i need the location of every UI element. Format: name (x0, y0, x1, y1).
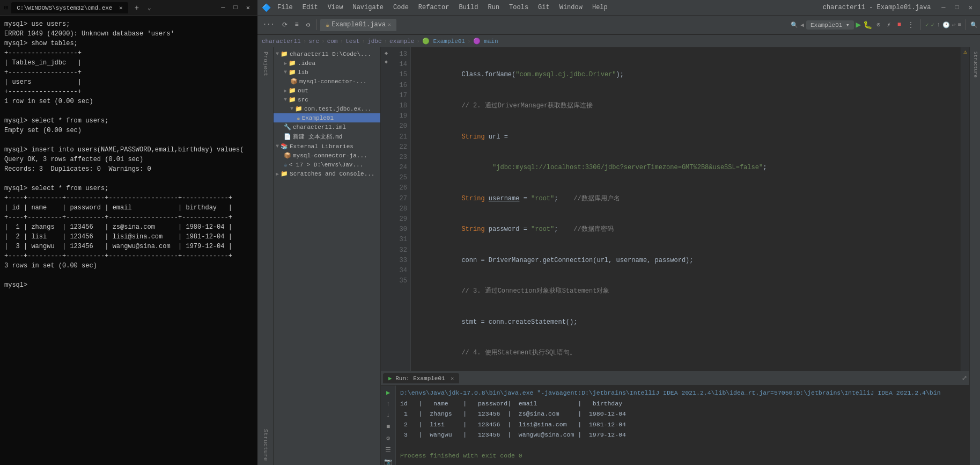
toolbar-more-btn[interactable]: ··· (260, 19, 278, 31)
stop-btn[interactable]: ■ (895, 20, 903, 30)
run-play-btn[interactable]: ▶ (385, 388, 391, 398)
tree-arrow-root: ▼ (276, 51, 279, 57)
idea-close-btn[interactable]: ✕ (966, 4, 976, 12)
breadcrumb-com[interactable]: com (327, 38, 338, 45)
idea-win-controls: ─ □ ✕ (938, 4, 976, 12)
debug-btn[interactable]: 🐛 (863, 20, 872, 30)
menu-view[interactable]: View (323, 3, 348, 12)
breadcrumb-jdbc[interactable]: jdbc (367, 38, 381, 45)
menu-run[interactable]: Run (483, 3, 504, 12)
breadcrumb-src[interactable]: src (308, 38, 319, 45)
tree-label-lib: lib (298, 69, 308, 76)
cmd-tab-more-btn[interactable]: ⌄ (145, 4, 153, 11)
structure-label[interactable]: Structure (972, 49, 978, 80)
cmd-new-tab-btn[interactable]: + (131, 4, 142, 12)
cmd-minimize-btn[interactable]: ─ (218, 4, 228, 12)
run-layout-btn[interactable]: ☰ (384, 445, 392, 455)
idea-minimize-btn[interactable]: ─ (938, 4, 948, 11)
jar-icon-mysql: 📦 (290, 78, 298, 85)
idea-titlebar: 🔷 File Edit View Navigate Code Refactor … (257, 0, 980, 15)
tree-item-scratches[interactable]: ▶ 📁 Scratches and Console... (274, 169, 380, 178)
cmd-maximize-btn[interactable]: □ (231, 4, 241, 12)
tree-item-lib[interactable]: ▼ 📁 lib (274, 68, 380, 77)
bottom-expand-btn[interactable]: ⤢ (962, 374, 967, 382)
menu-file[interactable]: File (273, 3, 297, 12)
file-tab-close-btn[interactable]: ✕ (388, 21, 391, 28)
tree-item-jdk17[interactable]: ☕ < 17 > D:\envs\Jav... (274, 160, 380, 169)
menu-code[interactable]: Code (389, 3, 413, 12)
tree-item-iml[interactable]: 🔧 character11.iml (274, 122, 380, 132)
breadcrumb-example01-class[interactable]: 🟢 Example01 (422, 38, 465, 45)
file-tab-label: Example01.java (331, 21, 386, 28)
cmd-tab[interactable]: C:\WINDOWS\system32\cmd.exe ✕ (11, 2, 128, 13)
menu-tools[interactable]: Tools (505, 3, 533, 12)
tree-item-mysql-jar[interactable]: 📦 mysql-connector-... (274, 77, 380, 86)
menu-edit[interactable]: Edit (298, 3, 322, 12)
git-checkmark2[interactable]: ✓ (931, 21, 935, 28)
tree-item-src[interactable]: ▼ 📁 src (274, 95, 380, 104)
code-line-15: String url = (415, 132, 956, 142)
breadcrumb-character11[interactable]: character11 (262, 38, 301, 45)
code-lines[interactable]: Class.forName("com.mysql.cj.jdbc.Driver"… (411, 47, 961, 371)
run-down-btn[interactable]: ↓ (385, 411, 391, 420)
menu-window[interactable]: Window (555, 3, 587, 12)
run-settings-btn[interactable]: ⚙ (385, 433, 391, 444)
tree-item-mysql-connector[interactable]: 📦 mysql-connector-ja... (274, 151, 380, 160)
folder-icon-root: 📁 (281, 50, 288, 57)
run-tab-icon: ▶ (388, 375, 392, 382)
back-btn[interactable]: ◀ (800, 21, 804, 28)
coverage-btn[interactable]: ⊙ (874, 20, 882, 30)
menu-help[interactable]: Help (588, 3, 612, 12)
toolbar-sep3 (966, 19, 966, 30)
run-tab-label: Run: Example01 (395, 375, 445, 382)
breadcrumb-main[interactable]: 🟣 main (473, 38, 498, 45)
idea-restore-btn[interactable]: □ (952, 4, 962, 11)
tree-item-ext-libs[interactable]: ▼ 📚 External Libraries (274, 142, 380, 151)
cmd-window: ⊞ C:\WINDOWS\system32\cmd.exe ✕ + ⌄ ─ □ … (0, 0, 257, 465)
run-btn[interactable]: ▶ (856, 19, 861, 30)
menu-build[interactable]: Build (454, 3, 482, 12)
search-btn[interactable]: 🔍 (970, 21, 978, 28)
structure-panel-icon[interactable]: Structure (261, 427, 270, 463)
git-push-btn[interactable]: ↑ (937, 21, 940, 28)
run-stop-btn[interactable]: ■ (385, 422, 391, 432)
menu-refactor[interactable]: Refactor (414, 3, 454, 12)
search-everywhere-btn[interactable]: 🔍 (791, 21, 798, 28)
menu-navigate[interactable]: Navigate (348, 3, 388, 12)
run-screenshot-btn[interactable]: 📷 (383, 457, 393, 465)
run-config-selector[interactable]: Example01 ▾ (806, 20, 854, 30)
file-tab-example01[interactable]: ☕ Example01.java ✕ (320, 19, 396, 31)
toolbar-sync-btn[interactable]: ⟳ (279, 19, 291, 31)
git-annotate-btn[interactable]: ≡ (957, 21, 961, 28)
bottom-side-buttons: ▶ ↑ ↓ ■ ⚙ ☰ 📷 ⋮ (381, 386, 396, 465)
run-tab[interactable]: ▶ Run: Example01 ✕ (383, 373, 459, 383)
breadcrumb-test[interactable]: test (345, 38, 359, 45)
tree-item-md[interactable]: 📄 新建 文本文档.md (274, 132, 380, 142)
tree-item-example01[interactable]: ☕ Example01 (274, 113, 380, 122)
tree-item-idea[interactable]: ▶ 📁 .idea (274, 59, 380, 68)
tree-item-com[interactable]: ▼ 📁 com.test.jdbc.ex... (274, 104, 380, 113)
tree-item-root[interactable]: ▼ 📁 character11 D:\Code\... (274, 49, 380, 59)
cmd-close-window-btn[interactable]: ✕ (243, 4, 253, 12)
git-checkmark1[interactable]: ✓ (925, 21, 929, 28)
run-output-row1: 1 | zhangs | 123456 | zs@sina.com | 1980… (400, 410, 626, 417)
toolbar-sep2 (920, 19, 921, 30)
tree-item-out[interactable]: ▶ 📁 out (274, 86, 380, 95)
toolbar-settings-btn[interactable]: ⚙ (303, 19, 313, 31)
project-panel-icon[interactable]: Project (261, 49, 270, 78)
toolbar-list-btn[interactable]: ≡ (292, 19, 302, 31)
more-actions-btn[interactable]: ⋮ (905, 20, 916, 30)
editor-scrollbar[interactable]: ⚠ (961, 47, 969, 371)
run-tab-close[interactable]: ✕ (451, 376, 454, 382)
git-rollback-btn[interactable]: ↩ (952, 21, 956, 28)
menu-git[interactable]: Git (534, 3, 554, 12)
profile-btn[interactable]: ⚡ (885, 20, 893, 30)
idea-window-title: character11 - Example01.java (823, 4, 937, 11)
cmd-close-btn[interactable]: ✕ (119, 5, 123, 11)
tree-label-mysql-connector: mysql-connector-ja... (293, 152, 367, 159)
breadcrumb-example[interactable]: example (389, 38, 414, 45)
run-output-row2: 2 | lisi | 123456 | lisi@sina.com | 1981… (400, 421, 626, 428)
side-panel-icons: Project Structure (257, 47, 274, 465)
run-up-btn[interactable]: ↑ (385, 399, 391, 409)
git-history-btn[interactable]: 🕐 (942, 21, 950, 28)
